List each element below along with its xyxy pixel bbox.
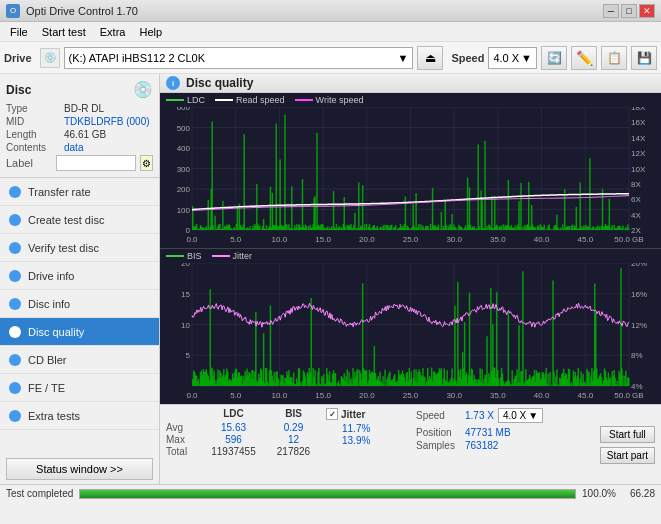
bottom-stats-area: LDC BIS Avg 15.63 0.29 Max 596 12 Total … [160,404,661,484]
progress-percent: 100.0% [582,488,616,499]
avg-row-label: Avg [166,422,201,433]
position-label: Position [416,427,461,438]
label-key: Label [6,157,52,169]
edit-button[interactable]: ✏️ [571,46,597,70]
bis-max: 12 [266,434,321,445]
type-key: Type [6,103,64,114]
jitter-legend: Jitter [212,251,253,261]
ldc-total: 11937455 [201,446,266,457]
drive-label: Drive [4,52,32,64]
samples-value: 763182 [465,440,498,451]
disc-quality-header: i Disc quality [160,74,661,93]
label-edit-button[interactable]: ⚙ [140,155,153,171]
bis-jitter-chart [160,249,659,404]
fe-te-icon [8,381,22,395]
sidebar-item-fe-te[interactable]: FE / TE [0,374,159,402]
sidebar-item-disc-quality[interactable]: Disc quality [0,318,159,346]
total-row-label: Total [166,446,201,457]
sidebar-item-cd-bler[interactable]: CD Bler [0,346,159,374]
progress-right-value: 66.28 [630,488,655,499]
disc-image-icon: 💿 [133,80,153,99]
close-button[interactable]: ✕ [639,4,655,18]
window-title: Opti Drive Control 1.70 [26,5,138,17]
extra-tests-icon [8,409,22,423]
disc-quality-icon [8,325,22,339]
speed-select[interactable]: 4.0 X ▼ [488,47,537,69]
speed-stat-label: Speed [416,410,461,421]
menu-start-test[interactable]: Start test [36,24,92,40]
test-status: Test completed [6,488,73,499]
bis-col-header: BIS [266,408,321,419]
progress-bar-container [79,489,576,499]
bis-legend: BIS [166,251,202,261]
title-controls: ─ □ ✕ [603,4,655,18]
sidebar-item-transfer-rate[interactable]: Transfer rate [0,178,159,206]
menu-extra[interactable]: Extra [94,24,132,40]
sidebar: Disc 💿 Type BD-R DL MID TDKBLDRFB (000) … [0,74,160,484]
mid-value: TDKBLDRFB (000) [64,116,150,127]
maximize-button[interactable]: □ [621,4,637,18]
eject-button[interactable]: ⏏ [417,46,443,70]
refresh-button[interactable]: 🔄 [541,46,567,70]
disc-panel: Disc 💿 Type BD-R DL MID TDKBLDRFB (000) … [0,74,159,178]
content-area: i Disc quality LDC Read speed [160,74,661,484]
progress-bar-fill [80,490,575,498]
contents-value: data [64,142,83,153]
disc-info-icon [8,297,22,311]
drive-icon: 💿 [40,48,60,68]
speed-dropdown[interactable]: 4.0 X ▼ [498,408,543,423]
verify-test-disc-icon [8,241,22,255]
samples-label: Samples [416,440,461,451]
status-window-button[interactable]: Status window >> [6,458,153,480]
sidebar-item-create-test-disc[interactable]: Create test disc [0,206,159,234]
ldc-avg: 15.63 [201,422,266,433]
drive-info-icon [8,269,22,283]
disc-title: Disc [6,83,31,97]
label-input[interactable] [56,155,136,171]
jitter-avg: 11.7% [326,423,416,434]
speed-label: Speed [451,52,484,64]
menu-bar: File Start test Extra Help [0,22,661,42]
jitter-max: 13.9% [326,435,416,446]
title-bar: O Opti Drive Control 1.70 ─ □ ✕ [0,0,661,22]
menu-file[interactable]: File [4,24,34,40]
ldc-max: 596 [201,434,266,445]
speed-stat-value: 1.73 X [465,410,494,421]
bis-avg: 0.29 [266,422,321,433]
sidebar-item-verify-test-disc[interactable]: Verify test disc [0,234,159,262]
sidebar-item-disc-info[interactable]: Disc info [0,290,159,318]
bis-total: 217826 [266,446,321,457]
type-value: BD-R DL [64,103,104,114]
jitter-checkbox[interactable]: ✓ [326,408,338,420]
ldc-chart [160,93,659,248]
save-button[interactable]: 💾 [631,46,657,70]
length-value: 46.61 GB [64,129,106,140]
toolbar: Drive 💿 (K:) ATAPI iHBS112 2 CL0K ▼ ⏏ Sp… [0,42,661,74]
read-speed-legend: Read speed [215,95,285,105]
length-key: Length [6,129,64,140]
disc-quality-title: Disc quality [186,76,253,90]
start-full-button[interactable]: Start full [600,426,655,443]
position-value: 47731 MB [465,427,511,438]
progress-area: Test completed 100.0% 66.28 [0,484,661,502]
contents-key: Contents [6,142,64,153]
write-speed-legend: Write speed [295,95,364,105]
minimize-button[interactable]: ─ [603,4,619,18]
app-icon: O [6,4,20,18]
start-part-button[interactable]: Start part [600,447,655,464]
copy-button[interactable]: 📋 [601,46,627,70]
ldc-col-header: LDC [201,408,266,419]
ldc-legend: LDC [166,95,205,105]
disc-quality-header-icon: i [166,76,180,90]
sidebar-item-drive-info[interactable]: Drive info [0,262,159,290]
create-test-disc-icon [8,213,22,227]
menu-help[interactable]: Help [133,24,168,40]
mid-key: MID [6,116,64,127]
max-row-label: Max [166,434,201,445]
drive-select[interactable]: (K:) ATAPI iHBS112 2 CL0K ▼ [64,47,414,69]
jitter-col-header: Jitter [341,409,365,420]
sidebar-item-extra-tests[interactable]: Extra tests [0,402,159,430]
cd-bler-icon [8,353,22,367]
transfer-rate-icon [8,185,22,199]
